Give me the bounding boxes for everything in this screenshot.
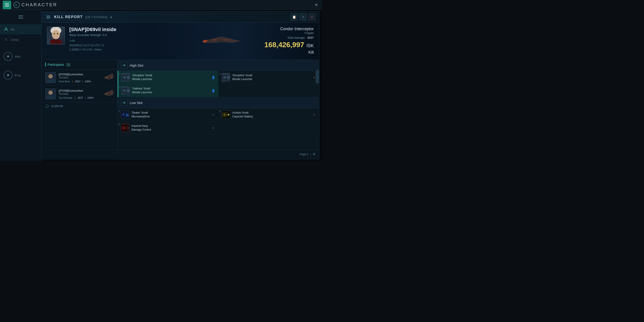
- svg-point-0: [5, 28, 7, 30]
- sidebar-item-empire[interactable]: ★ Emp: [0, 68, 41, 82]
- isk-icon: ₁: [45, 104, 49, 108]
- combat-icon: [4, 37, 8, 42]
- footer-filter-button[interactable]: ⚙: [313, 152, 316, 156]
- hamburger-button[interactable]: [3, 1, 11, 9]
- kill-info-right: Condor Interceptor Frigate Total damage:…: [264, 26, 314, 56]
- app-title: CHARACTER: [22, 2, 57, 8]
- high-slot-title: High Slot: [130, 64, 143, 67]
- app-logo: ⊙ CHARACTER: [14, 2, 57, 8]
- svg-rect-53: [122, 127, 124, 128]
- high-slot-header: High Slot: [118, 60, 319, 71]
- slot-item-discipline-1r[interactable]: 1 'Discipline' SmallMissile Launcher ✕: [218, 71, 319, 84]
- isk-row: ₁ 10,033.00: [42, 102, 118, 110]
- slot-name-discipline-1: 'Discipline' SmallMissile Launcher: [132, 74, 209, 81]
- kill-report-panel: KILL REPORT [ID:7575452] ⊕ 📋 ↗ ✕: [41, 11, 319, 158]
- panel-title: KILL REPORT [ID:7575452] ⊕: [54, 15, 288, 19]
- slot-qty-1: 1: [119, 73, 120, 75]
- victim-warp-scramble: Warp Scramble Strength: 0.0: [69, 33, 162, 37]
- svg-point-11: [200, 31, 200, 31]
- victim-info: [SNAP]D69vil inside Warp Scramble Streng…: [69, 26, 162, 56]
- total-damage-label: Total damage: 2637: [264, 36, 314, 39]
- panel-header: KILL REPORT [ID:7575452] ⊕ 📋 ↗ ✕: [42, 12, 319, 22]
- footer-page-label: Page 1: [300, 153, 308, 156]
- slot-qty-acolyte: 1: [219, 110, 221, 112]
- slot-item-imperial-dc[interactable]: 1 Imperial NavyDamage Control ✕: [118, 122, 218, 134]
- sidebar-menu-button[interactable]: [16, 12, 25, 22]
- svg-point-26: [107, 92, 111, 94]
- participants-count: [1]: [67, 63, 70, 66]
- panel-menu-button[interactable]: [45, 14, 52, 20]
- ship-illustration: [182, 26, 245, 56]
- panel-id: [ID:7575452]: [86, 16, 108, 19]
- medals-icon: ★: [4, 52, 12, 61]
- panel-title-text: KILL REPORT: [54, 15, 83, 19]
- victim-name: [SNAP]D69vil inside: [69, 26, 162, 32]
- svg-point-13: [240, 33, 240, 34]
- ship-type: Condor Interceptor: [264, 26, 314, 31]
- slot-item-acolyte-cap[interactable]: 1 + Acolyte SmallCapacitor Battery ✕: [218, 108, 319, 122]
- damage-pct-1: 100%: [85, 80, 91, 83]
- close-app-button[interactable]: ✕: [313, 2, 319, 8]
- slot-action-dealer[interactable]: ✕: [212, 113, 215, 116]
- ship-area: [167, 26, 260, 56]
- slot-action-discipline-1r[interactable]: ✕: [312, 76, 316, 79]
- participant-avatar-image-2: [46, 89, 56, 99]
- slot-action-imperial[interactable]: ✕: [212, 126, 215, 130]
- svg-point-24: [48, 90, 52, 95]
- participant-ship-icon-1: [102, 71, 115, 83]
- low-slot-header: Low Slot: [118, 97, 319, 108]
- participant-ship-icon-2: [102, 88, 115, 99]
- damage-pct-2: 100%: [88, 96, 94, 99]
- section-bar: [45, 62, 46, 67]
- panel-actions: 📋 ↗ ✕: [290, 14, 316, 20]
- slot-action-discipline-1[interactable]: 👤: [212, 76, 215, 79]
- svg-point-5: [54, 33, 55, 34]
- svg-text:₁: ₁: [47, 106, 48, 108]
- kill-badge: 1 Kill: [69, 39, 75, 42]
- participant-item-2: [ATOM]Gumochlon Tornado Top Damage | 263…: [42, 86, 118, 102]
- participants-title: Participants: [48, 63, 64, 66]
- participant-item: [ATOM]Gumochlon Tornado Final Blow | 263…: [42, 70, 118, 86]
- low-slot-title: Low Slot: [130, 101, 143, 105]
- slot-icon-gallows: [122, 86, 130, 95]
- scroll-handle[interactable]: ‹: [316, 70, 319, 84]
- left-sidebar: Bio Comp ★ Med ★ Emp: [0, 10, 42, 161]
- footer-next-button[interactable]: ›: [310, 152, 311, 156]
- svg-point-41: [124, 102, 125, 103]
- slot-action-acolyte[interactable]: ✕: [312, 113, 316, 116]
- blow-type-label-1: Final Blow: [58, 80, 70, 83]
- sidebar-item-bio[interactable]: Bio: [0, 24, 41, 34]
- low-slot-section: Low Slot 1: [118, 97, 319, 134]
- high-slot-grid: 1 'Discipline' SmallMissile Launcher 👤: [118, 71, 319, 97]
- slot-qty-imperial: 1: [118, 123, 120, 126]
- blow-type-label-2: Top Damage: [58, 96, 72, 99]
- participants-header: Participants [1]: [42, 60, 118, 70]
- svg-rect-25: [47, 96, 54, 99]
- bio-icon: [4, 27, 8, 32]
- sidebar-medals-label: Med: [15, 55, 20, 58]
- svg-point-21: [107, 76, 111, 78]
- isk-footer-value: 10,033.00: [51, 105, 63, 108]
- slot-name-imperial: Imperial NavyDamage Control: [132, 124, 209, 132]
- sidebar-empire-label: Emp: [15, 74, 21, 77]
- slot-action-gallows[interactable]: 👤: [212, 89, 215, 92]
- kill-type: Kill: [264, 50, 314, 55]
- slot-icon-imperial: [121, 124, 129, 132]
- svg-rect-20: [47, 80, 54, 83]
- slot-item-discipline-1[interactable]: 1 'Discipline' SmallMissile Launcher 👤: [118, 71, 218, 84]
- sidebar-item-medals[interactable]: ★ Med: [0, 49, 41, 64]
- close-panel-button[interactable]: ✕: [308, 14, 316, 20]
- slot-qty-1r: 1: [219, 73, 221, 75]
- top-bar: ⊙ CHARACTER ✕: [0, 0, 322, 10]
- slot-item-dealer-mwd[interactable]: 1 'Dealer' SmallMicrowarpdrive ✕: [118, 108, 218, 122]
- victim-avatar-image: [48, 27, 64, 44]
- participants-panel: Participants [1] [ATOM]Gumochlon: [42, 60, 118, 160]
- clipboard-icon: 📋: [292, 15, 296, 19]
- slot-item-gallows[interactable]: 1 'Gallows' SmallMissile Launcher 👤: [118, 84, 218, 97]
- isk-value: 168,426,997: [264, 41, 304, 49]
- export-button[interactable]: ↗: [300, 14, 306, 20]
- svg-point-14: [216, 38, 224, 42]
- sidebar-item-combat[interactable]: Comp: [0, 34, 41, 45]
- sidebar-nav: Bio Comp ★ Med ★ Emp: [0, 24, 41, 82]
- clipboard-button[interactable]: 📋: [290, 14, 298, 20]
